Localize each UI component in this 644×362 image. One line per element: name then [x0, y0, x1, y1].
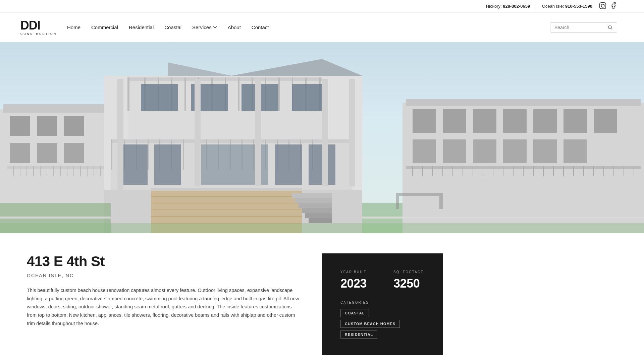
svg-rect-19 — [64, 143, 84, 163]
nav-services[interactable]: Services — [192, 24, 217, 30]
svg-rect-101 — [195, 79, 201, 186]
svg-rect-58 — [292, 84, 322, 111]
svg-rect-109 — [413, 109, 436, 133]
top-bar: Hickory: 828-302-0659 | Ocean Isle: 910-… — [0, 0, 644, 13]
tags: COASTAL CUSTOM BEACH HOMES RESIDENTIAL — [340, 309, 424, 339]
nav-coastal[interactable]: Coastal — [164, 24, 181, 30]
svg-rect-113 — [533, 109, 557, 133]
svg-point-3 — [608, 25, 611, 28]
svg-rect-115 — [594, 109, 617, 133]
year-built-value: 2023 — [340, 277, 367, 291]
svg-point-1 — [601, 4, 604, 7]
svg-rect-148 — [396, 196, 399, 209]
svg-rect-18 — [37, 143, 57, 163]
svg-rect-117 — [443, 139, 466, 163]
svg-rect-116 — [413, 139, 436, 163]
svg-rect-110 — [443, 109, 466, 133]
year-built-label: YEAR BUILT — [340, 270, 367, 274]
svg-rect-99 — [309, 218, 332, 223]
svg-rect-55 — [141, 84, 178, 111]
svg-rect-15 — [37, 116, 57, 136]
ocean-isle-label: Ocean Isle: — [542, 4, 564, 9]
sq-footage-stat: SQ. FOOTAGE 3250 — [393, 270, 424, 291]
svg-rect-51 — [278, 77, 280, 111]
svg-rect-151 — [362, 217, 644, 219]
svg-rect-87 — [151, 188, 302, 191]
property-description: This beautifully custom beach house reno… — [27, 286, 302, 327]
svg-rect-84 — [275, 144, 302, 185]
categories-label: CATEGORIES — [340, 301, 424, 304]
nav-contact[interactable]: Contact — [252, 24, 269, 30]
svg-rect-146 — [0, 223, 644, 233]
separator: | — [535, 4, 536, 9]
instagram-link[interactable] — [599, 2, 606, 10]
svg-rect-114 — [564, 109, 587, 133]
content-section: 413 E 4th St OCEAN ISLE, NC This beautif… — [0, 233, 644, 362]
svg-point-2 — [604, 4, 605, 4]
search-button[interactable] — [607, 25, 613, 30]
svg-rect-96 — [299, 203, 332, 208]
svg-rect-0 — [600, 3, 606, 9]
svg-rect-102 — [255, 79, 261, 186]
svg-rect-16 — [64, 116, 84, 136]
tag-custom-beach-homes[interactable]: CUSTOM BEACH HOMES — [340, 320, 400, 328]
property-location: OCEAN ISLE, NC — [27, 273, 302, 278]
search-icon — [607, 25, 613, 30]
svg-rect-40 — [127, 77, 129, 111]
svg-rect-97 — [302, 208, 332, 213]
sq-footage-value: 3250 — [393, 277, 424, 291]
svg-rect-81 — [121, 144, 148, 185]
search-input[interactable] — [554, 25, 605, 30]
svg-rect-64 — [148, 139, 149, 170]
search-box — [550, 22, 617, 33]
ocean-isle-phone[interactable]: 910-553-1590 — [565, 4, 592, 9]
categories-section: CATEGORIES COASTAL CUSTOM BEACH HOMES RE… — [340, 301, 424, 339]
nav-commercial[interactable]: Commercial — [91, 24, 118, 30]
hero-svg — [0, 42, 644, 233]
svg-rect-95 — [295, 198, 332, 203]
svg-rect-82 — [154, 144, 181, 185]
instagram-icon — [599, 2, 606, 9]
svg-rect-120 — [533, 139, 557, 163]
logo[interactable]: DDI CONSTRUCTION — [27, 17, 50, 38]
stat-row: YEAR BUILT 2023 SQ. FOOTAGE 3250 — [340, 270, 424, 291]
svg-rect-112 — [503, 109, 527, 133]
nav-residential[interactable]: Residential — [129, 24, 154, 30]
tag-coastal[interactable]: COASTAL — [340, 309, 369, 317]
year-built-stat: YEAR BUILT 2023 — [340, 270, 367, 291]
svg-rect-60 — [111, 139, 352, 143]
facebook-link[interactable] — [610, 2, 617, 10]
svg-rect-119 — [503, 139, 527, 163]
property-info: 413 E 4th St OCEAN ISLE, NC This beautif… — [27, 253, 302, 327]
hero-image — [0, 42, 644, 233]
social-icons — [599, 2, 617, 10]
svg-rect-44 — [184, 77, 186, 111]
logo-text: DDI — [20, 19, 57, 32]
svg-rect-17 — [10, 143, 30, 163]
nav-home[interactable]: Home — [67, 24, 80, 30]
svg-rect-118 — [473, 139, 496, 163]
svg-line-4 — [611, 28, 612, 29]
svg-rect-108 — [406, 99, 641, 106]
svg-rect-100 — [117, 79, 123, 233]
svg-rect-94 — [292, 193, 332, 198]
svg-rect-13 — [3, 104, 107, 113]
svg-rect-147 — [396, 193, 443, 196]
svg-rect-61 — [111, 139, 112, 170]
tag-residential[interactable]: RESIDENTIAL — [340, 330, 377, 339]
svg-rect-111 — [473, 109, 496, 133]
hickory-phone[interactable]: 828-302-0659 — [503, 4, 530, 9]
svg-rect-14 — [10, 116, 30, 136]
navbar: DDI CONSTRUCTION Home Commercial Residen… — [0, 13, 644, 42]
chevron-down-icon — [213, 26, 217, 29]
property-title: 413 E 4th St — [27, 253, 302, 269]
nav-about[interactable]: About — [228, 24, 241, 30]
svg-rect-67 — [183, 139, 184, 170]
svg-rect-150 — [0, 217, 111, 219]
logo-sub: CONSTRUCTION — [20, 32, 57, 36]
svg-rect-149 — [439, 196, 443, 209]
svg-rect-20 — [7, 166, 104, 169]
nav-links: Home Commercial Residential Coastal Serv… — [67, 24, 550, 30]
stats-card: YEAR BUILT 2023 SQ. FOOTAGE 3250 CATEGOR… — [322, 253, 443, 355]
svg-rect-103 — [322, 79, 328, 186]
